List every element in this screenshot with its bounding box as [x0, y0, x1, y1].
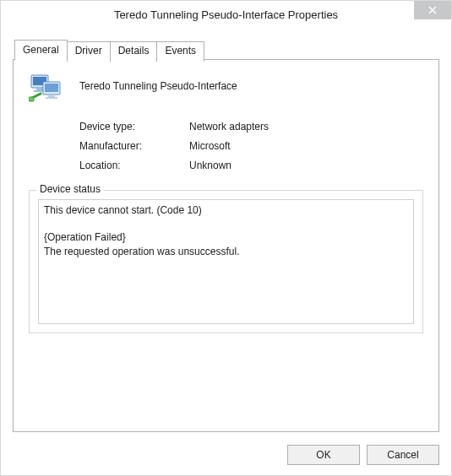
- prop-row-type: Device type: Network adapters: [79, 121, 423, 133]
- tab-general[interactable]: General: [14, 40, 68, 60]
- tab-panel-general: Teredo Tunneling Pseudo-Interface Device…: [13, 59, 439, 432]
- titlebar: Teredo Tunneling Pseudo-Interface Proper…: [1, 1, 451, 28]
- device-header: Teredo Tunneling Pseudo-Interface: [29, 75, 423, 104]
- device-properties: Device type: Network adapters Manufactur…: [79, 121, 423, 171]
- properties-dialog: Teredo Tunneling Pseudo-Interface Proper…: [0, 0, 452, 476]
- tab-strip: General Driver Details Events: [14, 40, 439, 60]
- device-type-value: Network adapters: [189, 121, 269, 133]
- device-status-text[interactable]: This device cannot start. (Code 10) {Ope…: [38, 199, 414, 324]
- device-status-fieldset: Device status This device cannot start. …: [29, 190, 423, 333]
- device-name: Teredo Tunneling Pseudo-Interface: [79, 75, 237, 92]
- content-area: General Driver Details Events: [1, 28, 451, 432]
- tab-details[interactable]: Details: [110, 41, 158, 62]
- tab-driver[interactable]: Driver: [67, 41, 111, 62]
- svg-rect-7: [46, 97, 57, 99]
- device-type-label: Device type:: [79, 121, 189, 133]
- window-title: Teredo Tunneling Pseudo-Interface Proper…: [1, 8, 451, 21]
- device-status-legend: Device status: [36, 183, 104, 195]
- prop-row-manufacturer: Manufacturer: Microsoft: [79, 140, 423, 152]
- manufacturer-value: Microsoft: [189, 140, 231, 152]
- location-value: Unknown: [189, 160, 231, 171]
- location-label: Location:: [79, 160, 189, 171]
- network-adapter-icon: [29, 73, 63, 104]
- close-button[interactable]: [414, 1, 451, 19]
- prop-row-location: Location: Unknown: [79, 160, 423, 171]
- svg-rect-2: [36, 88, 43, 90]
- ok-button[interactable]: OK: [287, 445, 360, 465]
- svg-rect-6: [48, 95, 55, 97]
- dialog-footer: OK Cancel: [287, 445, 439, 465]
- close-icon: [428, 6, 437, 14]
- cancel-button[interactable]: Cancel: [367, 445, 439, 465]
- manufacturer-label: Manufacturer:: [79, 140, 189, 152]
- svg-rect-8: [29, 97, 34, 101]
- tab-events[interactable]: Events: [156, 41, 204, 62]
- svg-rect-5: [45, 84, 58, 92]
